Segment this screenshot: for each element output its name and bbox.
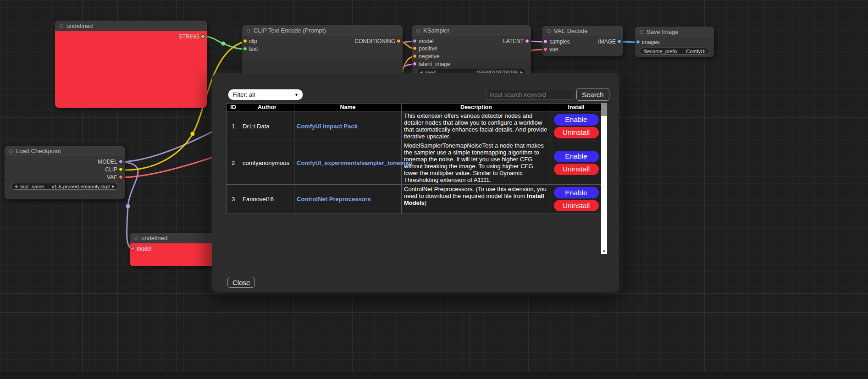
- node-title-bar[interactable]: Save Image: [635, 27, 714, 37]
- input-slot-vae: vae: [542, 46, 623, 53]
- uninstall-button[interactable]: Uninstall: [554, 164, 599, 175]
- cell-author: comfyanonymous: [240, 141, 294, 185]
- output-dot-image[interactable]: [617, 39, 621, 44]
- input-dot-positive[interactable]: [413, 46, 417, 50]
- widget-label: ckpt_name: [19, 184, 44, 189]
- scroll-down-arrow-icon[interactable]: ▼: [601, 249, 607, 254]
- header-name: Name: [294, 104, 402, 111]
- input-slot-images: images: [635, 38, 714, 46]
- enable-button[interactable]: Enable: [554, 151, 599, 162]
- node-body: clip text CONDITIONING: [242, 36, 403, 76]
- node-canvas[interactable]: undefined STRING CLIP Text Encode (Promp…: [0, 0, 868, 379]
- collapse-dot-icon[interactable]: [640, 30, 643, 34]
- link-midpoint-dot: [126, 204, 130, 209]
- node-clip-text-encode[interactable]: CLIP Text Encode (Prompt) clip text COND…: [242, 25, 403, 76]
- manager-dialog: Filter: all ▼ Search ID Author Name Desc…: [212, 73, 619, 292]
- cell-description: ControlNet Preprocessors. (To use this e…: [402, 185, 551, 214]
- cell-id: 2: [227, 141, 240, 185]
- node-title: KSampler: [423, 27, 449, 34]
- increment-arrow-icon[interactable]: ▶: [112, 185, 115, 188]
- header-description: Description: [402, 104, 551, 111]
- output-slot-latent: LATENT: [412, 38, 531, 45]
- cell-id: 1: [227, 111, 240, 141]
- input-dot-model[interactable]: [131, 247, 135, 251]
- filter-select[interactable]: Filter: all ▼: [228, 89, 303, 100]
- input-dot-vae[interactable]: [543, 47, 547, 51]
- output-slot-vae: VAE: [5, 174, 125, 181]
- node-body: samples vae IMAGE: [542, 36, 623, 56]
- node-body: model positive negative latent_image LAT…: [412, 36, 531, 79]
- extension-table: ID Author Name Description Install 1 Dr.…: [226, 103, 602, 214]
- header-install: Install: [551, 104, 602, 111]
- ckpt-name-widget[interactable]: ◀ ckpt_name v1-5-pruned-emaonly.ckpt ▶: [11, 183, 118, 190]
- collapse-dot-icon[interactable]: [134, 236, 138, 240]
- canvas-edge-band: [0, 372, 868, 379]
- cell-id: 3: [227, 185, 240, 214]
- extension-link[interactable]: ComfyUI Impact Pack: [297, 123, 358, 130]
- input-dot-latent-image[interactable]: [413, 62, 417, 66]
- search-input[interactable]: [486, 89, 572, 100]
- widget-value: v1-5-pruned-emaonly.ckpt: [52, 184, 110, 189]
- table-row: 2 comfyanonymous ComfyUI_experiments/sam…: [227, 141, 602, 185]
- node-save-image[interactable]: Save Image images filename_prefix ComfyU…: [635, 27, 714, 57]
- enable-button[interactable]: Enable: [554, 114, 599, 126]
- node-title-bar[interactable]: undefined: [55, 21, 207, 31]
- node-title: undefined: [66, 22, 93, 29]
- collapse-dot-icon[interactable]: [60, 24, 63, 28]
- extension-link[interactable]: ComfyUI_experiments/sampler_tonemap: [297, 159, 412, 166]
- output-slot-image: IMAGE: [542, 38, 623, 45]
- output-dot-latent[interactable]: [525, 39, 529, 43]
- cell-author: Fannovel16: [240, 185, 294, 214]
- collapse-dot-icon[interactable]: [247, 29, 250, 33]
- link-midpoint-dot: [221, 42, 226, 46]
- uninstall-button[interactable]: Uninstall: [554, 200, 599, 211]
- slot-label: STRING: [179, 33, 199, 40]
- cell-description: This extension offers various detector n…: [402, 111, 551, 141]
- table-scrollbar[interactable]: ▼: [601, 103, 607, 254]
- output-dot-clip[interactable]: [119, 167, 123, 171]
- input-slot-negative: negative: [412, 53, 531, 60]
- input-dot-images[interactable]: [636, 40, 640, 44]
- output-slot-conditioning: CONDITIONING: [242, 38, 403, 45]
- uninstall-button[interactable]: Uninstall: [554, 127, 599, 138]
- close-button[interactable]: Close: [227, 277, 255, 288]
- collapse-dot-icon[interactable]: [416, 29, 420, 33]
- node-title-bar[interactable]: CLIP Text Encode (Prompt): [242, 25, 403, 36]
- collapse-dot-icon[interactable]: [547, 29, 551, 33]
- scrollbar-thumb[interactable]: [601, 103, 607, 116]
- node-title-bar[interactable]: Load Checkpoint: [5, 146, 125, 156]
- filter-selected-value: Filter: all: [232, 91, 255, 98]
- search-button[interactable]: Search: [576, 88, 609, 101]
- enable-button[interactable]: Enable: [554, 187, 599, 198]
- collapse-dot-icon[interactable]: [9, 149, 13, 153]
- node-title-bar[interactable]: KSampler: [412, 25, 531, 36]
- cell-author: Dr.Lt.Data: [240, 111, 294, 141]
- filename-prefix-widget[interactable]: filename_prefix ComfyUI: [640, 48, 709, 55]
- output-dot-conditioning[interactable]: [397, 39, 401, 43]
- output-slot-clip: CLIP: [5, 166, 125, 173]
- input-slot-text: text: [242, 45, 403, 53]
- input-dot-negative[interactable]: [413, 54, 417, 58]
- node-body: MODEL CLIP VAE ◀ ckpt_name v1-5-pruned-e…: [5, 156, 125, 199]
- node-title: Save Image: [647, 28, 678, 35]
- output-dot-string[interactable]: [201, 34, 205, 38]
- input-dot-text[interactable]: [243, 47, 247, 51]
- node-title: CLIP Text Encode (Prompt): [254, 27, 326, 34]
- output-dot-vae[interactable]: [119, 175, 123, 179]
- link-midpoint-dot: [191, 132, 195, 136]
- node-vae-decode[interactable]: VAE Decode samples vae IMAGE: [542, 26, 623, 56]
- table-header-row: ID Author Name Description Install: [227, 104, 602, 111]
- node-ksampler[interactable]: KSampler model positive negative latent_…: [412, 25, 531, 79]
- node-title-bar[interactable]: VAE Decode: [542, 26, 623, 36]
- widget-label: filename_prefix: [643, 49, 678, 54]
- decrement-arrow-icon[interactable]: ◀: [15, 185, 17, 188]
- extension-link[interactable]: ControlNet Preprocessors: [297, 196, 371, 203]
- chevron-down-icon: ▼: [294, 93, 299, 97]
- output-dot-model[interactable]: [119, 159, 123, 164]
- scrollbar-track[interactable]: [601, 116, 607, 249]
- node-title: VAE Decode: [554, 27, 587, 34]
- node-load-checkpoint[interactable]: Load Checkpoint MODEL CLIP VAE ◀ ckpt_na…: [5, 146, 125, 199]
- output-slot-model: MODEL: [5, 158, 125, 165]
- widget-value: ComfyUI: [686, 49, 706, 54]
- node-undefined-top[interactable]: undefined STRING: [55, 21, 207, 108]
